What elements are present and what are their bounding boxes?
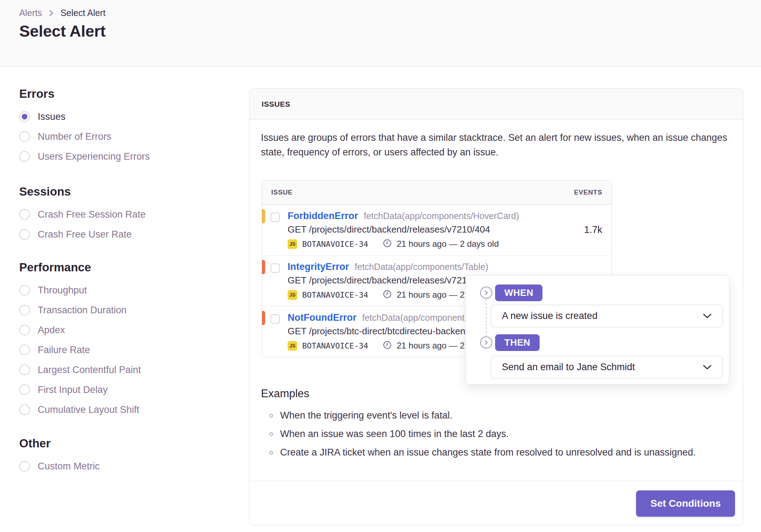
radio-throughput[interactable]	[19, 285, 30, 296]
sidebar-item-label: Issues	[38, 111, 65, 122]
list-item: When an issue was seen 100 times in the …	[269, 429, 509, 440]
sidebar-item-transaction-duration[interactable]: Transaction Duration	[19, 304, 226, 316]
when-select-value: A new issue is created	[502, 310, 598, 321]
sidebar-section-errors: Errors Issues Number of Errors Users Exp…	[19, 87, 226, 170]
issue-culprit: fetchData(app/components/Table)	[355, 262, 488, 272]
section-title-sessions: Sessions	[19, 185, 226, 198]
chevron-down-icon	[703, 310, 712, 321]
radio-transaction-duration[interactable]	[19, 305, 30, 315]
issue-short-id: BOTANAVOICE-34	[302, 341, 368, 350]
column-header-issue: ISSUE	[271, 188, 293, 196]
examples-title: Examples	[261, 387, 309, 400]
radio-crash-free-user-rate[interactable]	[19, 229, 30, 240]
sidebar-section-other: Other Custom Metric	[19, 437, 226, 480]
panel-footer: Set Conditions	[250, 481, 743, 525]
sidebar-item-label: Users Experiencing Errors	[38, 151, 150, 162]
sidebar-item-throughput[interactable]: Throughput	[19, 284, 226, 296]
issue-short-id: BOTANAVOICE-34	[302, 240, 368, 249]
issue-events-count: 1.7k	[584, 224, 602, 235]
sidebar-item-cumulative-layout-shift[interactable]: Cumulative Layout Shift	[19, 404, 226, 416]
sidebar-item-apdex[interactable]: Apdex	[19, 324, 226, 336]
sidebar-item-largest-contentful-paint[interactable]: Largest Contentful Paint	[19, 364, 226, 376]
section-title-performance: Performance	[19, 261, 226, 274]
sidebar-item-label: First Input Delay	[38, 384, 108, 395]
table-row: ForbiddenError fetchData(app/components/…	[262, 204, 612, 255]
radio-users-experiencing-errors[interactable]	[19, 151, 30, 162]
issues-panel: ISSUES Issues are groups of errors that …	[249, 88, 743, 525]
section-title-errors: Errors	[19, 87, 226, 101]
circle-bullet-icon	[269, 432, 273, 436]
then-badge: THEN	[495, 334, 540, 351]
set-conditions-button[interactable]: Set Conditions	[636, 490, 735, 517]
issue-title-link[interactable]: NotFoundError	[288, 312, 356, 323]
sidebar-item-label: Transaction Duration	[38, 305, 127, 316]
chevron-right-circle-icon	[480, 336, 492, 349]
radio-crash-free-session-rate[interactable]	[19, 209, 30, 220]
page-title: Select Alert	[19, 22, 105, 41]
sidebar-item-crash-free-user-rate[interactable]: Crash Free User Rate	[19, 228, 226, 240]
radio-cumulative-layout-shift[interactable]	[19, 404, 30, 415]
circle-bullet-icon	[269, 414, 273, 417]
sidebar-item-crash-free-session-rate[interactable]: Crash Free Session Rate	[19, 208, 226, 220]
radio-custom-metric[interactable]	[19, 461, 30, 472]
issue-level-bar	[262, 209, 265, 223]
radio-failure-rate[interactable]	[19, 345, 30, 355]
then-select-value: Send an email to Jane Schmidt	[502, 362, 635, 373]
sidebar-item-label: Custom Metric	[38, 461, 100, 472]
platform-js-badge-icon: JS	[288, 290, 297, 300]
sidebar-item-number-of-errors[interactable]: Number of Errors	[19, 131, 226, 143]
sidebar-item-issues[interactable]: Issues	[19, 111, 226, 123]
alert-builder-card: WHEN A new issue is created THEN Send an…	[466, 275, 729, 384]
list-item: Create a JIRA ticket when an issue chang…	[269, 447, 696, 458]
platform-js-badge-icon: JS	[288, 341, 297, 351]
dashed-connector	[486, 299, 487, 336]
sidebar-item-failure-rate[interactable]: Failure Rate	[19, 344, 226, 356]
issue-culprit: fetchData(app/component	[362, 313, 465, 323]
sidebar-item-label: Largest Contentful Paint	[38, 365, 141, 376]
issues-table-header: ISSUE EVENTS	[262, 181, 612, 204]
radio-number-of-errors[interactable]	[19, 131, 30, 142]
issue-level-bar	[262, 260, 265, 274]
column-header-events: EVENTS	[574, 188, 602, 196]
then-select[interactable]: Send an email to Jane Schmidt	[491, 356, 723, 378]
radio-issues[interactable]	[19, 111, 30, 122]
clock-icon	[383, 290, 392, 300]
radio-largest-contentful-paint[interactable]	[19, 365, 30, 375]
sidebar-item-label: Apdex	[38, 325, 65, 336]
radio-first-input-delay[interactable]	[19, 384, 30, 395]
sidebar-item-label: Failure Rate	[38, 345, 90, 356]
sidebar-section-sessions: Sessions Crash Free Session Rate Crash F…	[19, 185, 226, 248]
list-item: When the triggering event's level is fat…	[269, 410, 452, 421]
panel-header: ISSUES	[250, 89, 743, 120]
breadcrumb-alerts-link[interactable]: Alerts	[19, 8, 42, 18]
row-checkbox[interactable]	[271, 264, 280, 273]
issues-description: Issues are groups of errors that have a …	[261, 131, 734, 160]
issue-message: GET /projects/direct/backend/releases/v7…	[288, 224, 576, 235]
row-checkbox[interactable]	[271, 213, 280, 222]
sidebar-item-label: Crash Free User Rate	[38, 229, 132, 240]
sidebar-item-label: Number of Errors	[38, 131, 111, 142]
issue-age: 21 hours ago — 2 days old	[397, 239, 499, 249]
platform-js-badge-icon: JS	[288, 239, 297, 249]
row-checkbox[interactable]	[271, 314, 280, 324]
circle-bullet-icon	[269, 451, 273, 454]
when-select[interactable]: A new issue is created	[491, 305, 723, 327]
sidebar-section-performance: Performance Throughput Transaction Durat…	[19, 261, 226, 424]
issue-title-link[interactable]: ForbiddenError	[288, 211, 358, 222]
when-badge: WHEN	[495, 284, 542, 301]
breadcrumb: Alerts Select Alert	[19, 8, 105, 18]
issue-short-id: BOTANAVOICE-34	[302, 291, 368, 299]
chevron-right-icon	[48, 9, 54, 17]
sidebar-item-label: Throughput	[38, 285, 87, 296]
sidebar-item-first-input-delay[interactable]: First Input Delay	[19, 384, 226, 396]
sidebar-item-label: Cumulative Layout Shift	[38, 404, 139, 415]
radio-apdex[interactable]	[19, 325, 30, 335]
sidebar-item-custom-metric[interactable]: Custom Metric	[19, 460, 226, 472]
chevron-down-icon	[703, 362, 712, 373]
clock-icon	[383, 341, 392, 351]
page-header: Alerts Select Alert Select Alert	[0, 0, 761, 67]
sidebar-item-label: Crash Free Session Rate	[38, 209, 146, 220]
issue-title-link[interactable]: IntegrityError	[288, 261, 349, 272]
sidebar-item-users-experiencing-errors[interactable]: Users Experiencing Errors	[19, 150, 226, 163]
breadcrumb-current: Select Alert	[61, 8, 105, 18]
